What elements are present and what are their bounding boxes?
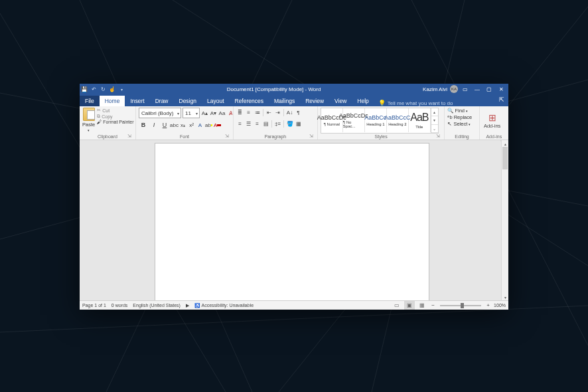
macro-icon[interactable]: ▶ xyxy=(186,303,189,308)
shading-icon[interactable]: 🪣 xyxy=(286,119,293,128)
tab-home[interactable]: Home xyxy=(100,96,125,106)
tab-insert[interactable]: Insert xyxy=(125,96,149,106)
tab-view[interactable]: View xyxy=(329,96,352,106)
save-icon[interactable]: 💾 xyxy=(81,86,88,92)
quick-access-toolbar: 💾 ↶ ↻ ☝ ▾ xyxy=(81,86,125,92)
zoom-in-button[interactable]: + xyxy=(484,301,492,310)
scroll-up-icon[interactable]: ▴ xyxy=(502,140,508,147)
styles-gallery[interactable]: AaBbCcDc¶ Normal AaBbCcDc¶ No Spac... Aa… xyxy=(321,108,439,134)
grow-font-icon[interactable]: A▴ xyxy=(201,108,208,118)
page-indicator[interactable]: Page 1 of 1 xyxy=(82,303,106,308)
font-size-combo[interactable]: 11 xyxy=(183,108,200,118)
sort-icon[interactable]: A↓ xyxy=(286,108,293,117)
scroll-thumb[interactable] xyxy=(502,147,508,169)
styles-launcher-icon[interactable]: ⇲ xyxy=(436,134,440,139)
align-left-icon[interactable]: ≡ xyxy=(236,119,244,128)
window-title: Document1 [Compatibility Mode] - Word xyxy=(125,86,423,92)
tab-references[interactable]: References xyxy=(230,96,269,106)
increase-indent-icon[interactable]: ⇥ xyxy=(274,108,281,117)
decrease-indent-icon[interactable]: ⇤ xyxy=(265,108,273,117)
addins-button[interactable]: ⊞ Add-ins xyxy=(482,108,502,134)
style-heading2[interactable]: AaBbCcCHeading 2 xyxy=(387,108,409,132)
tab-layout[interactable]: Layout xyxy=(202,96,230,106)
justify-icon[interactable]: ▤ xyxy=(262,119,269,128)
tab-file[interactable]: File xyxy=(80,96,100,106)
qat-dropdown-icon[interactable]: ▾ xyxy=(118,86,125,92)
font-name-combo[interactable]: Calibri (Body) xyxy=(139,108,181,118)
bullets-icon[interactable]: ≣ xyxy=(236,108,244,117)
copy-button[interactable]: ⧉Copy xyxy=(97,114,133,119)
tab-mailings[interactable]: Mailings xyxy=(269,96,300,106)
strikethrough-button[interactable]: abc xyxy=(171,120,178,130)
font-launcher-icon[interactable]: ⇲ xyxy=(225,134,229,139)
show-marks-icon[interactable]: ¶ xyxy=(295,108,302,117)
bold-button[interactable]: B xyxy=(139,120,148,130)
format-painter-button[interactable]: 🖌Format Painter xyxy=(97,120,133,124)
scissors-icon: ✂ xyxy=(97,108,101,113)
chevron-up-icon: ▴ xyxy=(431,108,438,116)
numbering-icon[interactable]: ≡ xyxy=(245,108,252,117)
search-icon: 🔍 xyxy=(447,108,453,114)
word-count[interactable]: 0 words xyxy=(111,303,128,308)
subscript-button[interactable]: x₂ xyxy=(179,120,186,130)
shrink-font-icon[interactable]: A▾ xyxy=(210,108,217,118)
undo-icon[interactable]: ↶ xyxy=(90,86,97,92)
accessibility-icon: ♿ xyxy=(194,303,200,308)
paintbrush-icon: 🖌 xyxy=(97,120,102,124)
text-effects-icon[interactable]: A xyxy=(196,120,204,130)
style-title[interactable]: AaBTitle xyxy=(409,108,431,132)
group-clipboard: Paste ▾ ✂Cut ⧉Copy 🖌Format Painter Clipb… xyxy=(80,106,136,140)
print-layout-icon[interactable]: ▣ xyxy=(404,301,415,310)
read-mode-icon[interactable]: ▭ xyxy=(392,301,402,310)
tell-me-search[interactable]: 💡 Tell me what you want to do xyxy=(378,100,453,106)
group-paragraph: ≣ ≡ ≔ ⇤ ⇥ A↓ ¶ ≡ ☰ ≡ ▤ ‡≡ xyxy=(234,106,318,140)
change-case-icon[interactable]: Aa xyxy=(218,108,226,118)
redo-icon[interactable]: ↻ xyxy=(100,86,106,92)
group-styles: AaBbCcDc¶ Normal AaBbCcDc¶ No Spac... Aa… xyxy=(318,106,445,140)
italic-button[interactable]: I xyxy=(149,120,159,130)
align-center-icon[interactable]: ☰ xyxy=(245,119,252,128)
replace-button[interactable]: ᵃbReplace xyxy=(447,114,472,120)
styles-scroll[interactable]: ▴▾⌄ xyxy=(431,108,438,133)
zoom-slider[interactable] xyxy=(440,305,481,306)
document-page[interactable] xyxy=(155,143,429,300)
ribbon-options-icon[interactable]: ▭ xyxy=(461,84,470,94)
web-layout-icon[interactable]: ▦ xyxy=(417,301,427,310)
tab-review[interactable]: Review xyxy=(300,96,329,106)
font-color-button[interactable]: A xyxy=(214,120,221,130)
style-heading1[interactable]: AaBbCcHeading 1 xyxy=(365,108,387,132)
find-button[interactable]: 🔍Find▾ xyxy=(447,108,472,114)
paragraph-launcher-icon[interactable]: ⇲ xyxy=(309,134,313,139)
zoom-level[interactable]: 100% xyxy=(494,303,506,308)
clipboard-launcher-icon[interactable]: ⇲ xyxy=(127,134,131,139)
minimize-button[interactable]: — xyxy=(473,84,482,94)
cut-button[interactable]: ✂Cut xyxy=(97,108,133,113)
tab-draw[interactable]: Draw xyxy=(150,96,174,106)
tab-help[interactable]: Help xyxy=(352,96,374,106)
zoom-out-button[interactable]: − xyxy=(429,301,437,310)
scroll-down-icon[interactable]: ▾ xyxy=(502,294,508,300)
vertical-scrollbar[interactable]: ▴ ▾ xyxy=(501,140,508,300)
style-no-spacing[interactable]: AaBbCcDc¶ No Spac... xyxy=(343,108,365,132)
close-button[interactable]: ✕ xyxy=(496,84,506,94)
copy-icon: ⧉ xyxy=(97,114,100,119)
tab-design[interactable]: Design xyxy=(174,96,202,106)
touch-mode-icon[interactable]: ☝ xyxy=(109,86,115,92)
underline-button[interactable]: U xyxy=(160,120,169,130)
select-button[interactable]: ↖Select▾ xyxy=(447,121,472,127)
borders-icon[interactable]: ▦ xyxy=(295,119,302,128)
paste-button[interactable]: Paste ▾ xyxy=(82,108,95,134)
language-indicator[interactable]: English (United States) xyxy=(133,303,181,308)
avatar[interactable]: KA xyxy=(450,85,458,93)
multilevel-list-icon[interactable]: ≔ xyxy=(254,108,261,117)
paragraph-label: Paragraph xyxy=(265,134,287,139)
user-name[interactable]: Kazim Alvi xyxy=(423,86,447,92)
cursor-icon: ↖ xyxy=(447,121,452,127)
share-icon[interactable]: ⇱ xyxy=(499,96,504,103)
line-spacing-icon[interactable]: ‡≡ xyxy=(274,119,281,128)
highlight-button[interactable]: ab xyxy=(205,120,212,130)
superscript-button[interactable]: x² xyxy=(188,120,195,130)
align-right-icon[interactable]: ≡ xyxy=(254,119,261,128)
maximize-button[interactable]: ▢ xyxy=(484,84,494,94)
accessibility-status[interactable]: ♿ Accessibility: Unavailable xyxy=(194,303,254,308)
